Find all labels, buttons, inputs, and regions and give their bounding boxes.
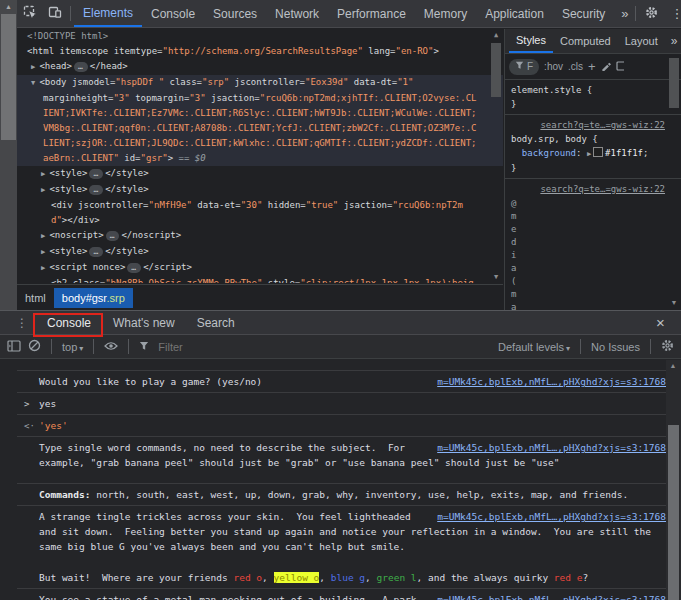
- dom-node-script[interactable]: ▶ <script nonce>…</script>: [17, 260, 503, 276]
- more-tabs-button[interactable]: »: [614, 6, 635, 21]
- styles-toolbar: F :hov .cls +: [505, 54, 681, 80]
- breadcrumb-body-selected[interactable]: body#gsr.srp: [54, 288, 133, 308]
- styles-filter-input[interactable]: F: [509, 59, 539, 75]
- tab-computed[interactable]: Computed: [553, 30, 618, 53]
- breadcrumb-html[interactable]: html: [17, 288, 54, 308]
- dom-node-doctype[interactable]: <!DOCTYPE html>: [17, 29, 503, 44]
- console-log-message: m=UMk45c,bplExb,nMfL…,pHXghd?xjs=s3:1768…: [17, 370, 666, 392]
- dom-node-body-selected[interactable]: ⋯▼ <body jsmodel="hspDDf " class="srp" j…: [17, 75, 503, 91]
- tab-styles[interactable]: Styles: [509, 30, 553, 53]
- tab-security[interactable]: Security: [553, 1, 614, 27]
- tab-layout[interactable]: Layout: [618, 30, 665, 53]
- input-chevron-icon: >: [24, 397, 29, 412]
- source-link[interactable]: m=UMk45c,bplExb,nMfL…,pHXghd?xjs=s3:1768: [437, 374, 666, 389]
- console-messages: m=UMk45c,bplExb,nMfL…,pHXghd?xjs=s3:1768…: [17, 360, 666, 600]
- filter-abbrev-label: F: [527, 61, 533, 72]
- dom-node-style[interactable]: ▶ <style>…</style>: [17, 182, 503, 198]
- dom-node-div[interactable]: <div jscontroller="nMfH9e" data-et="30" …: [17, 198, 503, 213]
- tab-console[interactable]: Console: [142, 1, 204, 27]
- dom-node-body-attrs[interactable]: VM8bg:.CLIENT;qqf0n:.CLIENT;A8708b:.CLIE…: [17, 121, 503, 136]
- dom-node-head[interactable]: ▶ <head>…</head>: [17, 59, 503, 75]
- dom-node-body-attrs[interactable]: marginheight="3" topmargin="3" jsaction=…: [17, 91, 503, 106]
- tab-sources[interactable]: Sources: [204, 1, 266, 27]
- filter-funnel-icon: [515, 61, 524, 72]
- style-source-link-row: search?q=te…=gws-wiz:22: [505, 182, 681, 196]
- style-source-link[interactable]: search?q=te…=gws-wiz:22: [540, 120, 665, 130]
- elements-tree-panel: <!DOCTYPE html> <html itemscope itemtype…: [17, 29, 503, 283]
- devtools-main-toolbar: Elements Console Sources Network Perform…: [17, 0, 681, 28]
- toggle-element-state-button[interactable]: :hov: [544, 61, 563, 72]
- element-style-close: }: [505, 97, 681, 111]
- scrollbar-thumb[interactable]: [668, 425, 679, 600]
- more-sidebar-tabs-button[interactable]: »: [665, 34, 681, 48]
- close-drawer-button[interactable]: ×: [648, 310, 673, 336]
- breadcrumb-element: body#gsr: [62, 292, 107, 304]
- element-classes-button[interactable]: .cls: [568, 61, 583, 72]
- dom-node-body-attrs[interactable]: aeBrn:.CLIENT" id="gsr"> == $0: [17, 151, 503, 166]
- scroll-up-icon[interactable]: ▲: [489, 31, 503, 39]
- filter-funnel-icon: [139, 341, 149, 353]
- live-expression-eye-icon[interactable]: [104, 341, 118, 353]
- new-style-rule-button[interactable]: +: [588, 59, 596, 74]
- tab-application[interactable]: Application: [476, 1, 553, 27]
- dom-node-noscript[interactable]: ▶ <noscript>…</noscript>: [17, 228, 503, 244]
- scrollbar-thumb[interactable]: [669, 58, 679, 108]
- tab-network[interactable]: Network: [266, 1, 328, 27]
- dom-node-body-attrs[interactable]: LIENT;szjOR:.CLIENT;JL9QDc:.CLIENT;kWlxh…: [17, 136, 503, 151]
- default-levels-dropdown[interactable]: Default levels▾: [498, 341, 570, 353]
- devtools-window: ▲ Elements Console Sources Network Perfo…: [0, 0, 681, 600]
- console-scrollbar[interactable]: ▲: [666, 360, 681, 600]
- tab-elements[interactable]: Elements: [74, 1, 142, 27]
- source-link[interactable]: m=UMk45c,bplExb,nMfL…,pHXghd?xjs=s3:1768: [437, 592, 666, 600]
- drawer-tab-whats-new[interactable]: What's new: [102, 316, 186, 330]
- toggle-device-toolbar-button[interactable]: [42, 1, 67, 27]
- toolbar-divider: [51, 339, 52, 354]
- console-log-message: m=UMk45c,bplExb,nMfL…,pHXghd?xjs=s3:1768…: [17, 505, 666, 567]
- computed-panel-icon[interactable]: [616, 61, 624, 73]
- elements-scrollbar[interactable]: ▲ ▼: [489, 29, 503, 283]
- console-log-message: Commands: north, south, east, west, up, …: [17, 483, 666, 505]
- drawer-tab-console[interactable]: Console: [36, 316, 102, 330]
- source-link[interactable]: m=UMk45c,bplExb,nMfL…,pHXghd?xjs=s3:1768: [437, 440, 666, 455]
- css-declaration-background[interactable]: background: ▶#1f1f1f;: [505, 146, 681, 161]
- dom-node-h2[interactable]: <h2 class="bNg8Rb OhScic zsYMMe BBwThe" …: [17, 276, 503, 283]
- console-filter-input[interactable]: [156, 340, 491, 354]
- inspect-element-button[interactable]: [17, 1, 42, 27]
- style-source-link[interactable]: search?q=te…=gws-wiz:22: [540, 184, 665, 194]
- scrollbar-thumb[interactable]: [491, 43, 501, 97]
- scroll-up-icon[interactable]: ▲: [666, 362, 680, 369]
- customize-devtools-button[interactable]: ⋮: [664, 1, 681, 27]
- issues-counter[interactable]: No Issues: [591, 341, 640, 353]
- result-chevron-icon: <·: [24, 419, 35, 434]
- drawer-menu-icon[interactable]: ⋮: [14, 316, 30, 330]
- tab-memory[interactable]: Memory: [415, 1, 476, 27]
- scrollbar-thumb[interactable]: [1, 14, 16, 140]
- element-style-rule[interactable]: element.style {: [505, 83, 681, 97]
- console-log-message: m=UMk45c,bplExb,nMfL…,pHXghd?xjs=s3:1768…: [17, 588, 666, 600]
- sidebar-tab-bar: Styles Computed Layout »: [505, 29, 681, 54]
- tab-performance[interactable]: Performance: [328, 1, 415, 27]
- scroll-up-button[interactable]: ▲: [0, 0, 17, 14]
- drawer-tab-bar: ⋮ Console What's new Search ×: [0, 310, 681, 335]
- drawer-tab-search[interactable]: Search: [186, 316, 246, 330]
- console-settings-button[interactable]: [661, 339, 674, 354]
- source-link[interactable]: m=UMk45c,bplExb,nMfL…,pHXghd?xjs=s3:1768: [437, 509, 666, 524]
- settings-button[interactable]: [639, 1, 664, 27]
- brush-icon[interactable]: [601, 61, 611, 73]
- scroll-down-icon[interactable]: ▼: [489, 273, 503, 281]
- dom-node-body-attrs[interactable]: IENT;IVKTfe:.CLIENT;Ez7VMc:.CLIENT;R6Sly…: [17, 106, 503, 121]
- message-text: 'yes': [39, 420, 68, 431]
- css-selector[interactable]: body.srp, body {: [505, 132, 681, 146]
- dom-node-div-wrap[interactable]: d"></div>: [17, 213, 503, 228]
- console-sidebar-icon[interactable]: [7, 340, 21, 354]
- styles-scrollbar[interactable]: ▼: [667, 53, 681, 310]
- console-result-message: <· 'yes': [17, 414, 666, 436]
- dom-node-html[interactable]: <html itemscope itemtype="http://schema.…: [17, 44, 503, 59]
- kebab-menu-icon: ⋮: [670, 6, 681, 21]
- dom-node-style[interactable]: ▶ <style>…</style>: [17, 244, 503, 260]
- dom-node-style[interactable]: ▶ <style>…</style>: [17, 166, 503, 182]
- javascript-context-selector[interactable]: top▾: [62, 341, 83, 353]
- scroll-down-icon[interactable]: ▼: [667, 299, 681, 306]
- clear-console-button[interactable]: [28, 339, 41, 354]
- styles-sidebar: Styles Computed Layout » F :hov .cls + e…: [504, 29, 681, 310]
